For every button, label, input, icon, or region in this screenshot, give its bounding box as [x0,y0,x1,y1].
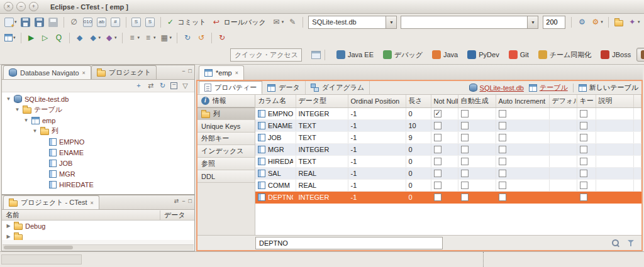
key-checkbox[interactable] [580,182,587,189]
key-checkbox[interactable] [580,193,587,201]
column-header[interactable]: 自動生成 [458,95,496,107]
not-null-checkbox[interactable] [434,110,441,117]
cell-ordinal-position[interactable]: -1 [348,107,406,119]
tab-project-explorer[interactable]: プロジェクト [91,65,157,79]
tab-project-ctest[interactable]: プロジェクト - CTest × [3,195,99,209]
minimize-view-icon[interactable]: − [182,68,185,74]
cell-not-null[interactable] [431,155,458,167]
column-header-data[interactable]: データ [160,210,189,220]
perspective-pydev[interactable]: PyDev [464,48,502,61]
row-limit-input[interactable] [543,16,565,29]
perspective-dbeaver[interactable]: DBeaver [636,48,644,62]
cell-default[interactable] [549,155,577,167]
cell-auto-increment[interactable] [496,179,549,191]
cell-data-type[interactable]: INTEGER [296,107,348,119]
section-unique-keys[interactable]: Unique Keys [197,120,255,133]
cell-default[interactable] [549,167,577,179]
cell-column-name[interactable]: EMPNO [255,107,296,119]
cell-auto-generated[interactable] [458,179,496,191]
perspective-git[interactable]: Git [505,48,533,61]
cell-key[interactable] [577,143,596,155]
auto-generated-checkbox[interactable] [461,158,469,165]
refresh-icon[interactable]: ↻ [158,82,167,90]
cell-not-null[interactable] [431,107,458,119]
column-header[interactable]: Auto Increment [496,95,549,107]
link-editor-icon[interactable]: ⇄ [147,82,155,90]
search-icon[interactable] [611,239,619,247]
cell-ordinal-position[interactable]: -1 [348,131,406,143]
rollback-button[interactable]: ↩ロールバック [211,15,269,29]
cell-auto-increment[interactable] [496,155,549,167]
cell-auto-generated[interactable] [458,167,496,179]
column-header[interactable]: キー [577,95,596,107]
tree-item[interactable]: MGR [2,168,194,179]
auto-increment-checkbox[interactable] [499,110,506,117]
explain-plan-button[interactable]: Q [53,31,65,45]
cell-data-type[interactable]: INTEGER [296,143,348,155]
tree-item[interactable]: EMPNO [2,136,194,147]
tree-item[interactable]: HIREDATE [2,179,194,190]
cell-auto-increment[interactable] [496,143,549,155]
expand-arrow-icon[interactable] [23,117,29,123]
perspective-java[interactable]: Java [428,48,462,61]
cell-key[interactable] [577,179,596,191]
not-null-checkbox[interactable] [434,193,441,201]
perspective-jboss[interactable]: JBoss [597,48,635,61]
not-null-checkbox[interactable] [434,146,441,153]
open-perspective-button[interactable] [309,48,322,62]
expand-arrow-icon[interactable] [32,128,38,134]
perspective-javaee[interactable]: Java EE [333,48,377,61]
horizontal-scrollbar[interactable] [3,244,194,250]
minimize-view-icon[interactable]: − [182,199,185,204]
tab-diagram[interactable]: ダイアグラム [306,81,370,94]
cell-description[interactable] [596,143,633,155]
cell-not-null[interactable] [431,131,458,143]
cell-not-null[interactable] [431,143,458,155]
column-header[interactable]: カラム名 [255,95,296,107]
cell-description[interactable] [596,119,633,131]
key-checkbox[interactable] [580,158,587,165]
cell-length[interactable]: 0 [406,179,431,191]
tree-item[interactable]: emp [2,115,194,126]
cell-column-name[interactable]: JOB [255,131,296,143]
section-foreign-keys[interactable]: 外部キー [197,133,255,145]
cell-auto-increment[interactable] [496,131,549,143]
cell-auto-increment[interactable] [496,107,549,119]
profile-button[interactable]: ◆▾ [103,31,118,45]
tree-item[interactable]: SQLite-test.db [2,94,194,104]
tree-item[interactable]: ENAME [2,147,194,158]
column-header-name[interactable]: 名前 [2,210,160,220]
auto-generated-checkbox[interactable] [461,146,469,153]
cell-length[interactable]: 0 [406,167,431,179]
save-button[interactable] [19,15,32,29]
cell-description[interactable] [596,179,633,191]
table-row[interactable]: HIREDATE TEXT -1 0 [255,155,641,167]
cell-column-name[interactable]: SAL [255,167,296,179]
cell-not-null[interactable] [431,119,458,131]
section-references[interactable]: 参照 [197,158,255,170]
combo-caret-icon[interactable]: ▼ [527,16,538,28]
auto-generated-checkbox[interactable] [461,170,469,177]
cell-default[interactable] [549,107,577,119]
datasource-link[interactable]: SQLite-test.db [469,84,524,92]
column-header[interactable]: 説明 [596,95,633,107]
cell-description[interactable] [596,167,633,179]
tree-item[interactable]: Debug [2,221,194,231]
cell-ordinal-position[interactable]: -1 [348,155,406,167]
run-script-button[interactable]: ▷ [39,31,52,45]
cell-length[interactable]: 0 [406,155,431,167]
table-row[interactable]: DEPTNO INTEGER -1 0 [255,191,641,203]
cell-data-type[interactable]: REAL [296,179,348,191]
expand-arrow-icon[interactable] [6,223,11,229]
object-type-link[interactable]: テーブル [529,83,568,92]
open-sql-editor-button[interactable]: S [144,15,157,29]
new-object-button[interactable]: ▾ [3,31,17,45]
table-row[interactable]: SAL REAL -1 0 [255,167,641,179]
perspective-team-sync[interactable]: チーム同期化 [535,48,596,62]
auto-increment-checkbox[interactable] [499,158,506,165]
column-header[interactable]: データ型 [296,95,348,107]
cell-column-name[interactable]: MGR [255,143,296,155]
column-header[interactable]: Ordinal Position [348,95,406,107]
task-list-button[interactable]: ≡▾ [126,31,142,45]
cell-key[interactable] [577,107,596,119]
